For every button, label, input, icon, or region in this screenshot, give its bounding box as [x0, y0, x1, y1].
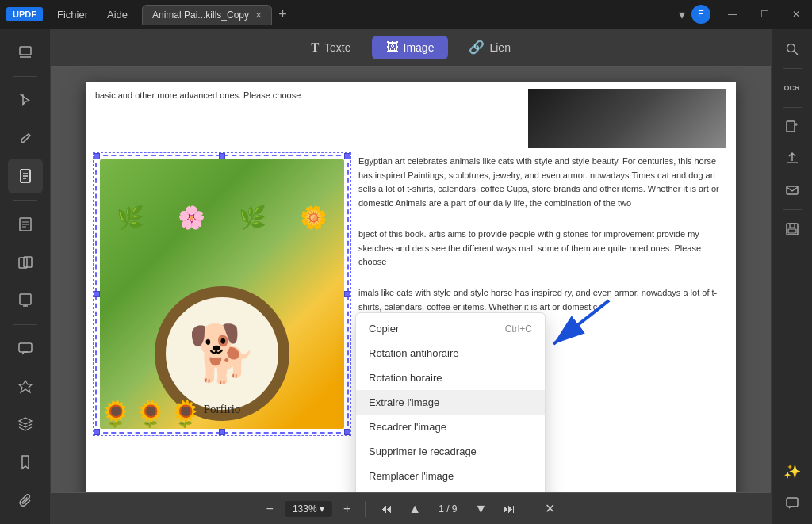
- context-menu-remplacer[interactable]: Remplacer l'image: [356, 464, 545, 488]
- flower-2: 🌸: [178, 205, 205, 231]
- right-sidebar: OCR ✨: [771, 29, 812, 524]
- sidebar-divider-2: [13, 200, 37, 201]
- yellow-flowers: 🌻 🌻 🌻: [100, 399, 201, 429]
- dog-embroidery-image: 🌿 🌸 🌿 🌼 🐕 Porfirio: [100, 159, 344, 429]
- right-search-button[interactable]: [778, 35, 806, 63]
- resize-handle-bm[interactable]: [219, 429, 225, 435]
- minimize-button[interactable]: —: [717, 0, 749, 29]
- context-menu-supprimer[interactable]: Supprimer l'image Suppr: [356, 488, 545, 492]
- context-menu-rotation-anti[interactable]: Rotation antihoraire: [356, 341, 545, 365]
- sidebar-item-stamp[interactable]: [8, 369, 43, 404]
- sidebar-item-layers[interactable]: [8, 407, 43, 442]
- svg-marker-14: [19, 381, 32, 392]
- context-menu-extraire-label: Extraire l'image: [369, 396, 439, 408]
- right-extract-button[interactable]: [778, 113, 806, 141]
- resize-handle-tl[interactable]: [94, 153, 100, 159]
- flower-1: 🌿: [117, 205, 144, 231]
- sidebar-item-comment[interactable]: [8, 331, 43, 366]
- page-display: 1 / 9: [432, 503, 463, 514]
- resize-handle-tr[interactable]: [344, 153, 350, 159]
- sidebar-item-edit[interactable]: [8, 35, 43, 70]
- resize-handle-bl[interactable]: [94, 429, 100, 435]
- tab-lien-label: Lien: [489, 41, 510, 54]
- zoom-out-button[interactable]: −: [262, 499, 278, 519]
- pdf-page: basic and other more advanced ones. Plea…: [86, 82, 736, 492]
- close-button[interactable]: ✕: [780, 0, 812, 29]
- content-area: 𝐓 Texte 🖼 Image 🔗 Lien basic and other m…: [51, 29, 771, 524]
- page-separator: /: [446, 503, 449, 514]
- svg-rect-22: [788, 229, 796, 233]
- lien-icon: 🔗: [469, 40, 485, 55]
- sidebar-item-bookmark[interactable]: [8, 445, 43, 480]
- toolbar-close-button[interactable]: ✕: [540, 498, 560, 519]
- image-icon: 🖼: [386, 40, 399, 55]
- main-layout: 𝐓 Texte 🖼 Image 🔗 Lien basic and other m…: [0, 29, 812, 524]
- context-menu-copier[interactable]: Copier Ctrl+C: [356, 316, 545, 341]
- context-menu-copier-shortcut: Ctrl+C: [505, 323, 532, 335]
- zoom-dropdown-icon: ▾: [320, 503, 324, 514]
- sidebar-item-pages[interactable]: [8, 245, 43, 280]
- context-menu-suppr-recadrage-label: Supprimer le recadrage: [369, 446, 477, 457]
- svg-rect-18: [787, 121, 795, 132]
- tab-image-label: Image: [404, 41, 435, 54]
- resize-handle-tm[interactable]: [219, 153, 225, 159]
- pdf-viewer: basic and other more advanced ones. Plea…: [51, 67, 771, 492]
- resize-handle-ml[interactable]: [94, 291, 100, 297]
- avatar[interactable]: E: [691, 5, 710, 24]
- tab-image[interactable]: 🖼 Image: [372, 36, 449, 59]
- page-current: 1: [439, 503, 444, 514]
- right-divider-3: [783, 209, 802, 210]
- right-chat-button[interactable]: [778, 489, 806, 518]
- hoop-label: Porfirio: [204, 403, 241, 416]
- toolbar-separator-2: [530, 501, 530, 517]
- nav-first-button[interactable]: ⏮: [375, 499, 397, 519]
- svg-rect-12: [20, 294, 31, 304]
- context-menu: Copier Ctrl+C Rotation antihoraire Rotat…: [355, 312, 546, 492]
- active-tab[interactable]: Animal Pai...kills_Copy ×: [142, 5, 272, 25]
- yellow-flower-2: 🌻: [135, 399, 167, 429]
- menu-aide[interactable]: Aide: [99, 6, 136, 24]
- nav-prev-button[interactable]: ▲: [404, 499, 426, 519]
- sidebar-item-doc[interactable]: [8, 207, 43, 242]
- zoom-in-button[interactable]: +: [339, 499, 355, 519]
- right-ocr-button[interactable]: OCR: [778, 74, 806, 102]
- tab-close-button[interactable]: ×: [255, 10, 262, 21]
- tab-texte[interactable]: 𝐓 Texte: [297, 36, 365, 59]
- right-text-bottom: bject of this book. artis aims to provid…: [358, 228, 726, 270]
- svg-rect-23: [787, 498, 798, 507]
- right-sparkle-button[interactable]: ✨: [778, 457, 806, 486]
- context-menu-suppr-recadrage[interactable]: Supprimer le recadrage: [356, 439, 545, 464]
- menu-bar: Fichier Aide: [49, 6, 136, 24]
- resize-handle-br[interactable]: [344, 429, 350, 435]
- zoom-level-text: 133%: [293, 503, 317, 514]
- tab-area: Animal Pai...kills_Copy × +: [142, 5, 679, 25]
- maximize-button[interactable]: ☐: [749, 0, 780, 29]
- resize-handle-mr[interactable]: [344, 291, 350, 297]
- texte-icon: 𝐓: [311, 40, 320, 55]
- sidebar-item-brush[interactable]: [8, 121, 43, 156]
- dog-emoji: 🐕: [188, 326, 257, 381]
- right-upload-button[interactable]: [778, 144, 806, 173]
- zoom-level-display[interactable]: 133% ▾: [285, 501, 332, 517]
- selected-image-wrapper[interactable]: 🌿 🌸 🌿 🌼 🐕 Porfirio: [95, 155, 349, 434]
- nav-next-button[interactable]: ▼: [470, 499, 492, 519]
- context-menu-rotation-hor-label: Rotation horaire: [369, 372, 442, 384]
- sidebar-item-extract[interactable]: [8, 283, 43, 318]
- sidebar-item-attachment[interactable]: [8, 483, 43, 518]
- flower-4: 🌼: [300, 205, 327, 231]
- right-save-button[interactable]: [778, 215, 806, 243]
- context-menu-rotation-hor[interactable]: Rotation horaire: [356, 365, 545, 390]
- context-menu-recadrer[interactable]: Recadrer l'image: [356, 415, 545, 439]
- tab-lien[interactable]: 🔗 Lien: [454, 35, 524, 59]
- add-tab-button[interactable]: +: [278, 6, 287, 23]
- tabs-overflow-chevron[interactable]: ▾: [679, 7, 685, 22]
- sidebar-item-page-edit[interactable]: [8, 159, 43, 193]
- window-controls: — ☐ ✕: [717, 0, 812, 29]
- sidebar-item-cursor[interactable]: [8, 83, 43, 118]
- menu-fichier[interactable]: Fichier: [49, 6, 96, 24]
- svg-rect-13: [19, 343, 32, 352]
- context-menu-extraire[interactable]: Extraire l'image: [356, 390, 545, 415]
- right-text-bottom2: imals like cats with style and style hor…: [358, 286, 726, 314]
- nav-last-button[interactable]: ⏭: [498, 499, 520, 519]
- right-mail-button[interactable]: [778, 176, 806, 205]
